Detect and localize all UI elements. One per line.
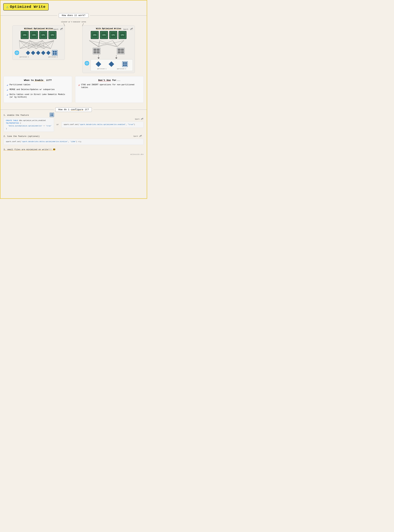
delta-table-with [122, 61, 128, 67]
section-how-works-label: How does it work? [59, 13, 88, 18]
spark-badge-with: Spark 🦟 [123, 27, 133, 30]
diagram-area: cluster w/ 4 executor cores Without Opti… [4, 22, 144, 73]
delta-table-without [52, 50, 57, 56]
dont-use-item-1: ✗ CTAS and INSERT operations for non-par… [78, 84, 140, 89]
section-configure-label: How do i configure it? [55, 107, 92, 112]
cpu-3: CPU [39, 31, 47, 39]
cpu-w3: CPU [109, 31, 117, 39]
file-diamond-5 [46, 51, 51, 55]
merge-box-2 [117, 48, 125, 54]
step3-label: 3. small files are minimized on write!!!… [4, 148, 144, 151]
step2-code-row: Spark 🦟 spark.conf.set('spark.databricks… [4, 139, 144, 145]
merge-box-1 [93, 48, 100, 54]
svg-line-13 [43, 41, 44, 49]
files-section-without: 🌐 [14, 50, 63, 56]
cpu-row-without: CPU CPU CPU CPU [14, 31, 63, 39]
enable-item-1: ✔ Partitioned tables [7, 84, 69, 87]
svg-marker-35 [115, 58, 117, 59]
svg-line-15 [20, 41, 54, 49]
svg-line-21 [98, 41, 100, 47]
x-icon-1: ✗ [78, 84, 80, 87]
spark-badge-code: Spark 🦟 [135, 117, 144, 120]
svg-line-23 [99, 41, 100, 47]
check-icon-1: ✔ [7, 84, 8, 87]
title-bar: △ Optimized Write [3, 3, 49, 10]
step2-label: 2. tune the feature (optional) [4, 135, 144, 137]
svg-line-28 [89, 41, 117, 47]
enable-item-3: ✔ Delta tables used in Direct Lake Seman… [7, 93, 69, 99]
globe-icon-with: 🌐 [84, 61, 89, 66]
merge-boxes [84, 48, 133, 54]
merged-file-1 [96, 61, 101, 67]
partition-labels-without: partition 1 partition 2 [14, 56, 63, 58]
cpu-w2: CPU [100, 31, 108, 39]
footer: milescole.dev [0, 152, 147, 157]
step1-code-row: CREATE TABLE dbo.optimize_write_enabled … [4, 118, 144, 132]
svg-line-2 [19, 41, 36, 49]
cpu-row-with: CPU CPU CPU CPU [84, 31, 133, 39]
spark-badge-without: Spark 🦟 [53, 27, 63, 30]
delta-icon-code [50, 113, 54, 117]
cluster-annotation: cluster w/ 4 executor cores [61, 21, 86, 26]
code-block-3: spark.conf.set('spark.databricks.delta.o… [4, 139, 144, 145]
svg-line-0 [19, 41, 20, 49]
file-diamond-2 [31, 51, 35, 55]
file-diamond-4 [41, 51, 46, 55]
when-to-enable-header: When to Enable it?? [7, 79, 69, 82]
code-block-1: CREATE TABLE dbo.optimize_write_enabled … [4, 118, 54, 132]
cpu-2: CPU [30, 31, 38, 39]
svg-marker-33 [98, 58, 99, 59]
spark-badge-step2: Spark 🦟 [133, 134, 142, 137]
svg-line-31 [98, 41, 124, 47]
dont-use-box: Don't Use for... ✗ CTAS and INSERT opera… [75, 76, 144, 103]
page-title: Optimized Write [10, 5, 46, 9]
delta-icon: △ [6, 5, 8, 9]
or-label: or [57, 123, 59, 126]
step1-label: 1. enable the feature [4, 114, 144, 116]
check-icon-3: ✔ [7, 93, 8, 97]
file-diamond-3 [36, 51, 40, 55]
optimized-result: 🌐 partition 1 partition 2 [84, 59, 133, 71]
code-section: 1. enable the feature CREATE TABLE dbo.o… [4, 114, 144, 151]
cpu-w1: CPU [91, 31, 99, 39]
code-block-2: spark.conf.set('spark.databricks.delta.o… [61, 122, 144, 128]
globe-icon-without: 🌐 [14, 51, 19, 55]
cpu-4: CPU [48, 31, 57, 39]
when-to-enable-box: When to Enable it?? ✔ Partitioned tables… [4, 76, 72, 103]
with-diagram: With Optimized Writes Spark 🦟 CPU CPU CP… [82, 25, 135, 73]
file-diamond-1 [26, 51, 30, 55]
dont-use-header: Don't Use for... [78, 79, 140, 82]
svg-line-30 [98, 41, 113, 47]
arrows-down-with [84, 55, 133, 59]
svg-line-22 [89, 41, 99, 47]
section-configure: How do i configure it? [0, 107, 147, 112]
enable-item-2: ✔ MERGE and Deletes/Updates w/ subquerie… [7, 88, 69, 92]
svg-line-4 [19, 41, 51, 49]
arrows-without [14, 40, 63, 50]
svg-line-27 [118, 41, 124, 47]
svg-line-14 [43, 41, 51, 49]
section-how-works: How does it work? [0, 13, 147, 18]
merged-file-2 [109, 61, 114, 67]
arrows-with [84, 40, 133, 47]
two-col-section: When to Enable it?? ✔ Partitioned tables… [4, 76, 144, 103]
partition-labels-with: partition 1 partition 2 [92, 68, 131, 70]
check-icon-2: ✔ [7, 88, 8, 92]
cpu-1: CPU [21, 31, 29, 39]
without-diagram: Without Optimized Writes Spark 🦟 CPU CPU… [12, 25, 65, 60]
svg-line-10 [20, 41, 43, 49]
svg-line-26 [113, 41, 117, 47]
svg-line-24 [113, 41, 117, 47]
cpu-w4: CPU [119, 31, 126, 39]
